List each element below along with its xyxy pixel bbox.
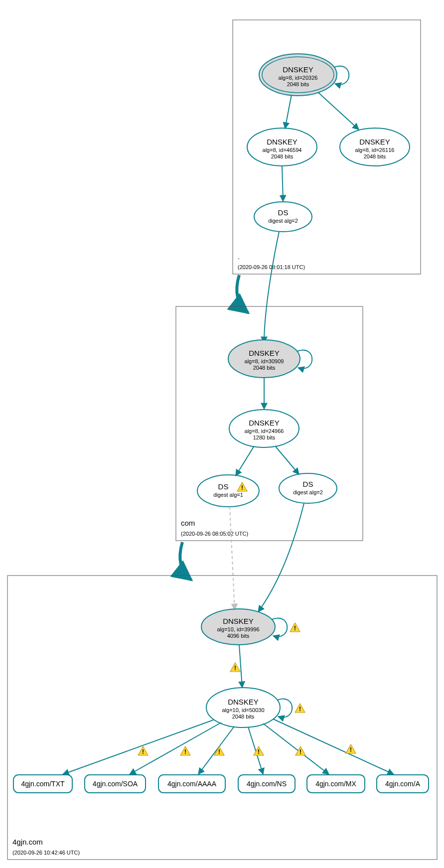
node-root-zsk1: DNSKEY alg=8, id=46594 2048 bits	[247, 128, 317, 166]
svg-text:DNSKEY: DNSKEY	[249, 349, 280, 357]
warning-icon: !	[346, 744, 356, 753]
edge-leafksk-leafzsk	[239, 645, 242, 688]
svg-text:alg=8, id=46594: alg=8, id=46594	[263, 147, 302, 153]
warning-icon: !	[290, 623, 300, 632]
svg-point-26	[197, 475, 259, 507]
svg-text:4gjn.com/TXT: 4gjn.com/TXT	[21, 780, 65, 788]
edge-com-to-leaf-thick	[180, 542, 191, 580]
svg-text:DNSKEY: DNSKEY	[283, 65, 313, 74]
svg-text:DNSKEY: DNSKEY	[359, 138, 390, 146]
svg-text:alg=10, id=50030: alg=10, id=50030	[222, 707, 264, 713]
svg-text:DS: DS	[278, 208, 289, 217]
node-com-ds1: DS digest alg=1 !	[197, 475, 259, 507]
svg-text:4gjn.com/SOA: 4gjn.com/SOA	[93, 780, 138, 788]
svg-text:!: !	[350, 746, 352, 753]
edge-zsk-txt	[63, 720, 213, 774]
zone-leaf: 4gjn.com (2020-09-26 10:42:46 UTC) DNSKE…	[7, 576, 437, 860]
node-leaf-ksk: DNSKEY alg=10, id=39996 4096 bits	[201, 609, 275, 645]
svg-text:!: !	[218, 748, 220, 755]
svg-text:digest alg=1: digest alg=1	[213, 492, 243, 498]
zone-leaf-timestamp: (2020-09-26 10:42:46 UTC)	[12, 850, 80, 856]
edge-ds1-leafksk-dashed	[230, 507, 235, 610]
svg-text:4gjn.com/A: 4gjn.com/A	[385, 780, 421, 788]
zone-com-timestamp: (2020-09-26 08:05:02 UTC)	[181, 531, 248, 537]
zone-com-name: com	[181, 519, 195, 527]
zone-root-name: .	[238, 252, 240, 261]
svg-text:2048 bits: 2048 bits	[253, 365, 276, 371]
node-com-ds2: DS digest alg=2	[279, 473, 337, 503]
node-leaf-zsk: DNSKEY alg=10, id=50030 2048 bits	[206, 688, 280, 727]
warning-icon: !	[180, 746, 190, 755]
svg-point-14	[254, 202, 312, 232]
svg-text:DS: DS	[303, 480, 313, 488]
svg-text:2048 bits: 2048 bits	[364, 153, 386, 159]
zone-root-timestamp: (2020-09-26 08:01:18 UTC)	[238, 264, 305, 270]
svg-text:alg=10, id=39996: alg=10, id=39996	[217, 626, 259, 632]
zone-root: . (2020-09-26 08:01:18 UTC) DNSKEY alg=8…	[233, 20, 421, 274]
svg-text:alg=8, id=20326: alg=8, id=20326	[279, 75, 318, 81]
edge-comzsk-ds2	[275, 446, 299, 474]
edge-comzsk-ds1	[236, 446, 254, 476]
svg-text:2048 bits: 2048 bits	[232, 714, 255, 720]
edge-ds2-leafksk	[258, 503, 304, 612]
rrset-aaaa: 4gjn.com/AAAA	[158, 775, 225, 793]
svg-text:2048 bits: 2048 bits	[287, 81, 309, 87]
svg-text:DS: DS	[218, 482, 229, 491]
svg-text:!: !	[299, 706, 301, 713]
edge-zsk-a	[273, 719, 394, 774]
svg-text:DNSKEY: DNSKEY	[223, 617, 254, 625]
warning-icon: !	[230, 663, 240, 672]
rrset-a: 4gjn.com/A	[377, 775, 429, 793]
svg-text:!: !	[184, 748, 186, 755]
svg-text:!: !	[234, 665, 236, 672]
rrset-mx: 4gjn.com/MX	[307, 775, 365, 793]
node-root-zsk2: DNSKEY alg=8, id=26116 2048 bits	[340, 128, 410, 166]
svg-text:!: !	[258, 748, 260, 755]
svg-text:!: !	[142, 748, 144, 755]
svg-point-30	[279, 473, 337, 503]
zone-com: com (2020-09-26 08:05:02 UTC) DNSKEY alg…	[176, 306, 363, 541]
svg-text:2048 bits: 2048 bits	[271, 153, 294, 159]
svg-text:!: !	[299, 748, 301, 755]
edge-zsk-aaaa	[198, 726, 234, 774]
edge-root-to-com-thick	[237, 275, 248, 313]
warning-icon: !	[296, 746, 305, 755]
rrset-ns: 4gjn.com/NS	[238, 775, 295, 793]
svg-text:1280 bits: 1280 bits	[253, 434, 276, 440]
svg-text:digest alg=2: digest alg=2	[268, 218, 298, 224]
edge-zsk1-ds	[282, 166, 283, 201]
svg-text:alg=8, id=26116: alg=8, id=26116	[355, 147, 395, 153]
edge-rootksk-zsk1	[285, 95, 292, 129]
node-root-ksk: DNSKEY alg=8, id=20326 2048 bits	[259, 54, 337, 96]
svg-text:4gjn.com/AAAA: 4gjn.com/AAAA	[167, 780, 217, 788]
svg-text:4gjn.com/MX: 4gjn.com/MX	[315, 780, 356, 788]
svg-text:alg=8, id=24966: alg=8, id=24966	[245, 428, 284, 434]
node-com-ksk: DNSKEY alg=8, id=30909 2048 bits	[228, 340, 300, 378]
svg-text:!: !	[241, 484, 243, 491]
rrset-txt: 4gjn.com/TXT	[13, 775, 72, 793]
node-com-zsk: DNSKEY alg=8, id=24966 1280 bits	[229, 410, 299, 447]
svg-text:DNSKEY: DNSKEY	[267, 138, 297, 146]
svg-text:4gjn.com/NS: 4gjn.com/NS	[247, 780, 287, 788]
svg-text:DNSKEY: DNSKEY	[249, 419, 280, 427]
dnssec-graph: . (2020-09-26 08:01:18 UTC) DNSKEY alg=8…	[0, 0, 444, 868]
svg-text:DNSKEY: DNSKEY	[228, 698, 259, 706]
svg-text:4096 bits: 4096 bits	[227, 633, 250, 639]
edge-rootksk-zsk2	[318, 92, 359, 130]
warning-icon: !	[295, 704, 305, 713]
edge-zsk-mx	[263, 723, 329, 774]
warning-icon: !	[138, 746, 148, 755]
rrset-soa: 4gjn.com/SOA	[85, 775, 146, 793]
svg-text:!: !	[294, 625, 296, 632]
edge-rootds-comksk	[264, 232, 279, 343]
zone-leaf-name: 4gjn.com	[12, 838, 43, 846]
node-root-ds: DS digest alg=2	[254, 202, 312, 232]
svg-text:alg=8, id=30909: alg=8, id=30909	[245, 358, 284, 364]
svg-text:digest alg=2: digest alg=2	[293, 489, 323, 495]
